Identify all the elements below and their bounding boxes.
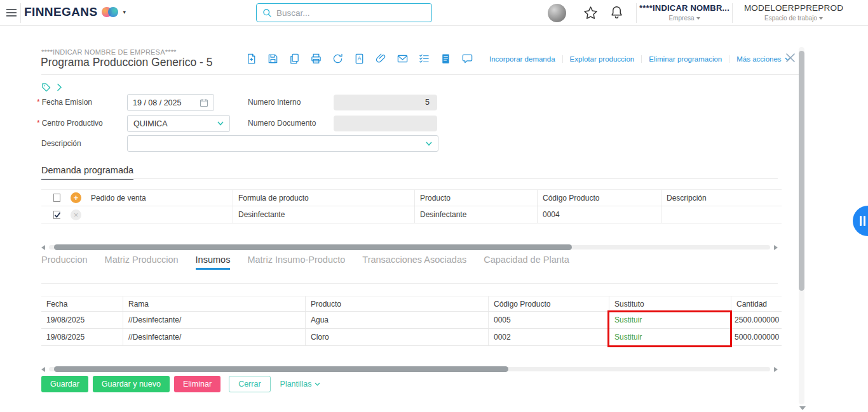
cerrar-button[interactable]: Cerrar bbox=[229, 376, 270, 392]
tab-transacciones-asociadas[interactable]: Transacciones Asociadas bbox=[362, 255, 466, 270]
side-panel-handle[interactable] bbox=[853, 206, 868, 236]
centro-productivo-label: Centro Productivo bbox=[37, 115, 103, 132]
scrollbar-thumb[interactable] bbox=[799, 51, 804, 291]
cell-cantidad[interactable]: 5000.000000 bbox=[731, 329, 782, 345]
eliminar-button[interactable]: Eliminar bbox=[174, 376, 220, 392]
scroll-right-icon[interactable] bbox=[774, 367, 778, 372]
cell-codigo[interactable]: 0002 bbox=[488, 329, 609, 345]
cell-producto[interactable]: Desinfectante bbox=[414, 206, 537, 223]
close-icon[interactable] bbox=[785, 53, 796, 63]
scroll-left-icon[interactable] bbox=[41, 245, 45, 250]
scrollbar-thumb[interactable] bbox=[54, 366, 508, 372]
favorites-star-icon[interactable] bbox=[583, 5, 599, 21]
guardar-y-nuevo-button[interactable]: Guardar y nuevo bbox=[93, 376, 170, 392]
report-document-icon[interactable] bbox=[440, 53, 452, 65]
cell-rama[interactable]: //Desinfectante/ bbox=[123, 312, 305, 328]
numero-documento-field bbox=[334, 116, 437, 131]
tab-produccion[interactable]: Produccion bbox=[41, 255, 88, 270]
add-row-button[interactable]: + bbox=[71, 192, 81, 203]
guardar-button[interactable]: Guardar bbox=[41, 376, 88, 392]
workspace-name: MODELOERPPREPROD bbox=[735, 3, 853, 13]
numero-interno-label: Numero Interno bbox=[248, 94, 301, 111]
notifications-bell-icon[interactable] bbox=[609, 4, 625, 20]
email-icon[interactable] bbox=[397, 53, 409, 65]
company-switcher[interactable]: ****INDICAR NOMBR... Empresa bbox=[638, 3, 731, 23]
explotar-produccion-link[interactable]: Explotar produccion bbox=[562, 55, 642, 63]
divider bbox=[41, 283, 778, 284]
workspace-switcher[interactable]: MODELOERPPREPROD Espacio de trabajo bbox=[735, 3, 853, 23]
checklist-icon[interactable] bbox=[418, 53, 430, 65]
demanda-programada-heading[interactable]: Demanda programada bbox=[41, 165, 133, 180]
row-checkbox-checked[interactable] bbox=[53, 211, 60, 219]
insumos-table: Fecha Rama Producto Código Producto Sust… bbox=[41, 296, 782, 346]
delete-row-button[interactable]: × bbox=[71, 209, 81, 220]
scroll-down-icon[interactable] bbox=[799, 406, 806, 410]
app-logo[interactable]: FINNEGANS ▾ bbox=[24, 5, 126, 19]
plantillas-link[interactable]: Plantillas bbox=[280, 380, 320, 389]
cell-codigo[interactable]: 0005 bbox=[488, 312, 609, 328]
svg-text:A: A bbox=[358, 55, 362, 62]
logo-infinity-icon bbox=[102, 6, 119, 18]
table-row: 19/08/2025 //Desinfectante/ Agua 0005 Su… bbox=[41, 312, 782, 329]
scroll-right-icon[interactable] bbox=[774, 245, 778, 250]
horizontal-scrollbar[interactable] bbox=[41, 244, 778, 251]
cell-producto[interactable]: Agua bbox=[305, 312, 488, 328]
horizontal-scrollbar[interactable] bbox=[41, 366, 778, 373]
cell-descripcion[interactable] bbox=[661, 206, 782, 223]
document-toolbar: A bbox=[245, 53, 473, 65]
fecha-emision-field[interactable]: 19 / 08 / 2025 bbox=[127, 94, 214, 111]
descripcion-combo[interactable] bbox=[127, 135, 438, 152]
centro-productivo-select[interactable]: QUIMICA bbox=[127, 115, 230, 132]
preview-document-icon[interactable]: A bbox=[353, 53, 365, 65]
cell-codigo[interactable]: 0004 bbox=[537, 206, 661, 223]
scrollbar-thumb[interactable] bbox=[54, 244, 572, 250]
search-input[interactable] bbox=[276, 8, 416, 18]
sustituir-link[interactable]: Sustituir bbox=[614, 316, 642, 324]
tab-insumos[interactable]: Insumos bbox=[196, 255, 231, 270]
print-icon[interactable] bbox=[310, 53, 322, 65]
chevron-down-icon bbox=[426, 142, 432, 146]
chevron-down-icon bbox=[217, 121, 224, 126]
footer-actions: Guardar Guardar y nuevo Eliminar Cerrar … bbox=[41, 376, 320, 392]
demanda-table: + Pedido de venta Formula de producto Pr… bbox=[41, 189, 782, 223]
divider bbox=[41, 178, 778, 179]
centro-productivo-value: QUIMICA bbox=[133, 119, 167, 128]
cell-fecha[interactable]: 19/08/2025 bbox=[41, 329, 123, 345]
topbar: FINNEGANS ▾ ****INDICAR NOMBR... Empresa bbox=[0, 0, 868, 26]
global-search[interactable] bbox=[256, 3, 432, 22]
vertical-scrollbar[interactable] bbox=[799, 47, 804, 404]
save-icon[interactable] bbox=[267, 53, 279, 65]
history-refresh-icon[interactable] bbox=[332, 53, 344, 65]
attachment-paperclip-icon[interactable] bbox=[375, 53, 387, 65]
col-fecha: Fecha bbox=[41, 296, 123, 311]
col-producto: Producto bbox=[305, 296, 488, 311]
demanda-table-header: + Pedido de venta Formula de producto Pr… bbox=[41, 189, 782, 206]
comment-bubble-icon[interactable] bbox=[461, 53, 473, 65]
cell-formula[interactable]: Desinfectante bbox=[233, 206, 414, 223]
cell-pedido[interactable] bbox=[86, 206, 233, 223]
calendar-icon[interactable] bbox=[200, 98, 208, 107]
copy-icon[interactable] bbox=[288, 53, 301, 65]
chevron-down-icon bbox=[696, 17, 700, 20]
sustituir-link[interactable]: Sustituir bbox=[614, 333, 642, 342]
divider bbox=[41, 74, 799, 75]
tab-matriz-insumo-producto[interactable]: Matriz Insumo-Producto bbox=[247, 255, 345, 270]
eliminar-programacion-link[interactable]: Eliminar programacion bbox=[641, 55, 729, 63]
cell-cantidad[interactable]: 2500.000000 bbox=[731, 312, 782, 328]
expand-chevron-icon[interactable] bbox=[57, 83, 62, 91]
search-icon bbox=[262, 8, 272, 18]
tag-icon[interactable] bbox=[41, 83, 51, 92]
cell-rama[interactable]: //Desinfectante/ bbox=[123, 329, 305, 345]
hamburger-menu-icon[interactable] bbox=[6, 9, 17, 18]
new-document-icon[interactable] bbox=[245, 53, 257, 65]
select-all-checkbox[interactable] bbox=[53, 194, 60, 202]
profile-orb-icon[interactable] bbox=[548, 4, 566, 22]
col-pedido-de-venta: Pedido de venta bbox=[86, 190, 233, 206]
cell-producto[interactable]: Cloro bbox=[305, 329, 488, 345]
tag-row bbox=[41, 83, 62, 92]
scroll-left-icon[interactable] bbox=[41, 367, 45, 372]
tab-capacidad-de-planta[interactable]: Capacidad de Planta bbox=[484, 255, 569, 270]
tab-matriz-produccion[interactable]: Matriz Produccion bbox=[105, 255, 179, 270]
cell-fecha[interactable]: 19/08/2025 bbox=[41, 312, 123, 328]
incorporar-demanda-link[interactable]: Incorporar demanda bbox=[482, 55, 562, 63]
